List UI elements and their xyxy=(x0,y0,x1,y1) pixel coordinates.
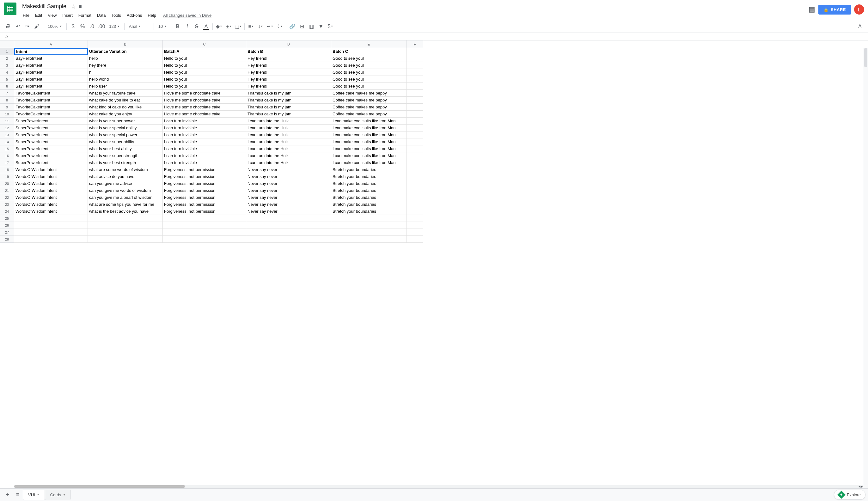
cell[interactable]: WordsOfWisdomIntent xyxy=(14,173,88,180)
row-header[interactable]: 24 xyxy=(0,208,14,215)
redo-icon[interactable]: ↷ xyxy=(23,22,32,31)
cell[interactable]: what are some tips you have for me xyxy=(88,201,163,208)
cell[interactable]: Never say never xyxy=(246,194,331,201)
cell[interactable] xyxy=(407,187,423,194)
cell[interactable]: FavoriteCakeIntent xyxy=(14,111,88,118)
cell[interactable]: Batch A xyxy=(163,48,246,55)
menu-help[interactable]: Help xyxy=(145,12,159,19)
cell[interactable]: I can turn invisible xyxy=(163,125,246,131)
cell[interactable]: Never say never xyxy=(246,208,331,215)
row-header[interactable]: 3 xyxy=(0,62,14,69)
decrease-decimal-icon[interactable]: .0 xyxy=(88,22,96,31)
scrollbar-thumb[interactable] xyxy=(864,48,867,67)
cell[interactable] xyxy=(407,48,423,55)
cell[interactable]: Forgiveness, not permission xyxy=(163,208,246,215)
formula-input[interactable] xyxy=(14,33,868,40)
cell[interactable] xyxy=(407,55,423,62)
cell[interactable]: Hey friend! xyxy=(246,55,331,62)
cell[interactable]: WordsOfWisdomIntent xyxy=(14,166,88,173)
row-header[interactable]: 2 xyxy=(0,55,14,62)
cell[interactable]: hello world xyxy=(88,76,163,83)
cell[interactable] xyxy=(88,222,163,229)
cell[interactable]: FavoriteCakeIntent xyxy=(14,104,88,111)
cell[interactable] xyxy=(407,138,423,146)
cell[interactable]: I can turn invisible xyxy=(163,131,246,138)
cell[interactable]: Intent xyxy=(14,48,88,55)
cell[interactable] xyxy=(407,62,423,69)
cell[interactable]: what are some words of wisdom xyxy=(88,166,163,173)
row-header[interactable]: 21 xyxy=(0,187,14,194)
cell[interactable] xyxy=(407,104,423,111)
cell[interactable] xyxy=(407,159,423,166)
cell[interactable]: can you give me a pearl of wisdom xyxy=(88,194,163,201)
cell[interactable]: SayHelloIntent xyxy=(14,55,88,62)
cell[interactable] xyxy=(331,229,407,236)
save-status[interactable]: All changes saved in Drive xyxy=(163,13,212,18)
cell[interactable]: Hello to you! xyxy=(163,83,246,90)
cell[interactable]: what is your best strength xyxy=(88,159,163,166)
insert-chart-icon[interactable]: ▥ xyxy=(307,22,316,31)
row-header[interactable]: 1 xyxy=(0,48,14,55)
row-header[interactable]: 22 xyxy=(0,194,14,201)
cell[interactable]: Hello to you! xyxy=(163,69,246,76)
cell[interactable]: SuperPowerIntent xyxy=(14,118,88,125)
cell[interactable] xyxy=(246,222,331,229)
cell[interactable]: Good to see you! xyxy=(331,83,407,90)
cell[interactable]: Tiramisu cake is my jam xyxy=(246,111,331,118)
collapse-toolbar-icon[interactable]: ᐱ xyxy=(855,22,864,31)
cell[interactable]: SayHelloIntent xyxy=(14,62,88,69)
cell[interactable] xyxy=(407,180,423,187)
cell[interactable]: Stretch your boundaries xyxy=(331,201,407,208)
italic-icon[interactable]: I xyxy=(183,22,192,31)
cell[interactable]: Hey friend! xyxy=(246,76,331,83)
cell[interactable]: Coffee cake makes me peppy xyxy=(331,90,407,97)
cell[interactable]: Forgiveness, not permission xyxy=(163,201,246,208)
cell[interactable] xyxy=(331,215,407,222)
cell[interactable] xyxy=(407,118,423,125)
cell[interactable] xyxy=(163,229,246,236)
cell[interactable] xyxy=(407,131,423,138)
cell[interactable] xyxy=(246,229,331,236)
cell[interactable]: I can make cool suits like Iron Man xyxy=(331,125,407,131)
menu-data[interactable]: Data xyxy=(95,12,108,19)
cell[interactable]: Good to see you! xyxy=(331,62,407,69)
cell[interactable]: WordsOfWisdomIntent xyxy=(14,194,88,201)
cell[interactable]: Forgiveness, not permission xyxy=(163,180,246,187)
cell[interactable] xyxy=(14,236,88,243)
column-header[interactable]: A xyxy=(14,41,88,48)
cell[interactable]: SuperPowerIntent xyxy=(14,146,88,152)
cell[interactable]: I can make cool suits like Iron Man xyxy=(331,146,407,152)
star-icon[interactable]: ☆ xyxy=(71,3,76,10)
share-button[interactable]: 🔒 SHARE xyxy=(818,5,851,14)
cell[interactable]: SayHelloIntent xyxy=(14,76,88,83)
cell[interactable]: Hello to you! xyxy=(163,62,246,69)
row-header[interactable]: 14 xyxy=(0,138,14,146)
cell[interactable]: WordsOfWisdomIntent xyxy=(14,180,88,187)
sheet-tab-vui[interactable]: VUI ▼ xyxy=(23,490,45,500)
cell[interactable] xyxy=(407,111,423,118)
menu-file[interactable]: File xyxy=(20,12,32,19)
cell[interactable] xyxy=(407,222,423,229)
cell[interactable]: I can turn into the Hulk xyxy=(246,118,331,125)
row-header[interactable]: 5 xyxy=(0,76,14,83)
cell[interactable]: hi xyxy=(88,69,163,76)
cell[interactable]: what is your favorite cake xyxy=(88,90,163,97)
cell[interactable]: Stretch your boundaries xyxy=(331,194,407,201)
cell[interactable]: hey there xyxy=(88,62,163,69)
cell[interactable]: what advice do you have xyxy=(88,173,163,180)
cell[interactable]: WordsOfWisdomIntent xyxy=(14,187,88,194)
cell[interactable] xyxy=(407,83,423,90)
horizontal-scrollbar[interactable]: ◀ ▶ xyxy=(0,484,863,488)
row-header[interactable]: 25 xyxy=(0,215,14,222)
cell[interactable] xyxy=(88,229,163,236)
cell[interactable]: SayHelloIntent xyxy=(14,83,88,90)
cell[interactable]: Coffee cake makes me peppy xyxy=(331,104,407,111)
cell[interactable]: Hey friend! xyxy=(246,83,331,90)
row-header[interactable]: 17 xyxy=(0,159,14,166)
horizontal-align-icon[interactable]: ≡▼ xyxy=(247,22,255,31)
row-header[interactable]: 13 xyxy=(0,131,14,138)
menu-tools[interactable]: Tools xyxy=(109,12,123,19)
cell[interactable]: I love me some chocolate cake! xyxy=(163,111,246,118)
cell[interactable]: what is your best ability xyxy=(88,146,163,152)
cell[interactable]: Stretch your boundaries xyxy=(331,187,407,194)
